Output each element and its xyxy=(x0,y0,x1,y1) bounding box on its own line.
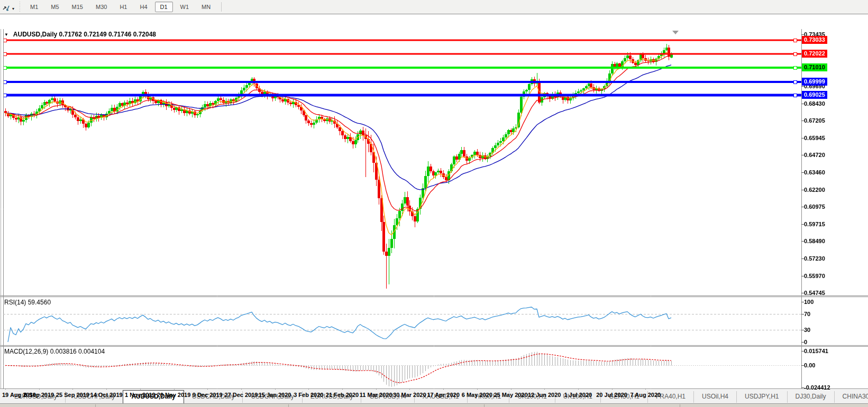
price-axis-tick: 0.58490 xyxy=(804,237,825,245)
chart-title-ohlc: 0.71762 0.72149 0.71746 0.72048 xyxy=(59,31,157,38)
status-divider xyxy=(288,404,289,407)
price-axis-tick: 0.54745 xyxy=(804,289,825,297)
symbol-tab[interactable]: CHINA300,H1 xyxy=(834,391,868,403)
timeframe-button-mn[interactable]: MN xyxy=(196,2,216,12)
date-axis-label: 1 Jul 2020 xyxy=(564,392,592,398)
symbol-tab[interactable]: USDJPY,H1 xyxy=(736,391,787,403)
date-axis-label: 21 Feb 2020 xyxy=(326,392,359,398)
macd-axis-tick: 0.015741 xyxy=(804,347,828,355)
chart-window: ▼ AUDUSD,Daily 0.71762 0.72149 0.71746 0… xyxy=(0,14,868,407)
date-axis-label: 12 Jun 2020 xyxy=(528,392,561,398)
toolbar-grip[interactable] xyxy=(19,2,21,12)
status-bar xyxy=(0,403,868,407)
macd-axis-tick: -0.024412 xyxy=(804,384,830,391)
date-axis-label: 7 Aug 2020 xyxy=(630,392,661,398)
timeframe-toolbar: ▾ M1 M5 M15 M30 H1 H4 D1 W1 MN xyxy=(0,0,868,14)
status-divider xyxy=(680,404,680,407)
date-axis-label: 15 Jan 2020 xyxy=(259,392,291,398)
symbol-tab[interactable]: DJ30,Daily xyxy=(787,391,834,403)
date-axis-label: 20 Jul 2020 xyxy=(596,392,627,398)
timeframe-button-m15[interactable]: M15 xyxy=(67,2,88,12)
status-divider xyxy=(484,404,485,407)
timeframe-button-h1[interactable]: H1 xyxy=(114,2,132,12)
price-line-badge: 0.73033 xyxy=(802,36,827,44)
price-axis-tick: 0.60975 xyxy=(804,203,825,210)
chart-tools-icon[interactable] xyxy=(1,1,12,13)
chart-shift-marker-icon[interactable] xyxy=(672,31,679,34)
date-axis-label: 17 Apr 2020 xyxy=(427,392,459,398)
price-line-badge: 0.69999 xyxy=(802,78,827,86)
price-axis-tick: 0.68430 xyxy=(804,100,825,107)
price-line-badge: 0.69025 xyxy=(802,91,827,99)
date-axis-label: 6 May 2020 xyxy=(462,392,492,398)
date-axis-label: 25 May 2020 xyxy=(494,392,527,398)
timeframe-button-m30[interactable]: M30 xyxy=(90,2,112,12)
price-axis-tick: 0.65945 xyxy=(804,134,825,142)
price-axis-tick: 0.63460 xyxy=(804,169,825,176)
price-axis-tick: 0.57230 xyxy=(804,255,825,262)
date-axis-label: 14 Oct 2019 xyxy=(90,392,123,398)
date-axis-label: 1 Nov 2019 xyxy=(125,392,155,398)
price-line-badge: 0.71010 xyxy=(802,63,827,71)
chart-title-symbol: AUDUSD,Daily xyxy=(13,31,57,38)
mt4-window: ▾ M1 M5 M15 M30 H1 H4 D1 W1 MN ▼ AUDUSD,… xyxy=(0,0,868,407)
symbol-tab[interactable]: USOil,H4 xyxy=(693,391,736,403)
date-axis-label: 11 Mar 2020 xyxy=(360,392,392,398)
price-line-badge: 0.72022 xyxy=(802,50,827,58)
price-axis-tick: 0.62200 xyxy=(804,186,825,193)
price-axis-tick: 0.64720 xyxy=(804,151,825,159)
timeframe-button-w1[interactable]: W1 xyxy=(175,2,195,12)
price-axis-tick: 0.55970 xyxy=(804,272,825,280)
rsi-label: RSI(14) 59.4560 xyxy=(4,299,51,306)
price-axis-tick: 0.59715 xyxy=(804,220,825,228)
timeframe-button-m1[interactable]: M1 xyxy=(25,2,43,12)
status-divider xyxy=(95,404,96,407)
rsi-axis-tick: 70 xyxy=(804,310,810,318)
date-axis-label: 20 Nov 2019 xyxy=(157,392,191,398)
date-axis-label: 30 Mar 2020 xyxy=(393,392,426,398)
rsi-axis-tick: 100 xyxy=(804,298,814,306)
timeframe-button-h4[interactable]: H4 xyxy=(134,2,152,12)
timeframe-button-m5[interactable]: M5 xyxy=(45,2,64,12)
macd-label: MACD(12,26,9) 0.003816 0.004104 xyxy=(4,348,105,355)
price-axis-tick: 0.67205 xyxy=(804,117,825,124)
date-axis-label: 27 Dec 2019 xyxy=(224,392,258,398)
rsi-axis-tick: 0 xyxy=(804,338,807,346)
rsi-axis-tick: 30 xyxy=(804,326,810,334)
date-axis-label: 6 Sep 2019 xyxy=(24,392,54,398)
chart-canvas[interactable] xyxy=(0,29,868,389)
chevron-down-icon[interactable]: ▾ xyxy=(12,6,14,11)
date-axis-label: 9 Dec 2019 xyxy=(193,392,223,398)
date-axis-label: 25 Sep 2019 xyxy=(56,392,89,398)
toolbar-separator xyxy=(221,2,222,12)
macd-axis-tick: 0.00 xyxy=(804,362,815,369)
chart-title: ▼ AUDUSD,Daily 0.71762 0.72149 0.71746 0… xyxy=(4,31,156,38)
collapse-icon[interactable]: ▼ xyxy=(4,32,8,37)
date-axis-label: 3 Feb 2020 xyxy=(294,392,323,398)
timeframe-button-d1[interactable]: D1 xyxy=(155,2,173,12)
